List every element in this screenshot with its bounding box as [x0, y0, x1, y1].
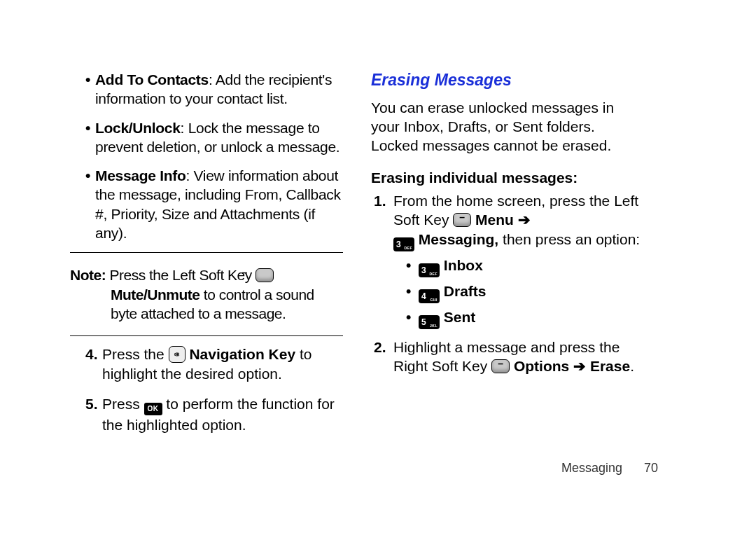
steps-list: Press the Navigation Key to highlight th…: [70, 345, 343, 434]
key-5-icon: 5JKL: [419, 315, 440, 329]
note-mute: Mute/Unmute: [111, 286, 200, 303]
options-bullet-list: Add To Contacts: Add the recipient's inf…: [70, 70, 343, 242]
divider-bottom: [70, 335, 343, 336]
note-pre: Press the Left Soft Key: [110, 267, 256, 283]
right-soft-key-icon: [491, 359, 510, 373]
s1-b: then press an option:: [498, 231, 640, 247]
left-column: Add To Contacts: Add the recipient's inf…: [70, 70, 343, 512]
s1-menu: Menu: [475, 212, 514, 228]
k3n: 3: [421, 265, 426, 275]
s1-a: From the home screen, press the Left Sof…: [393, 193, 638, 228]
page-footer: Messaging 70: [561, 461, 658, 476]
erase-step-2: Highlight a message and press the Right …: [374, 338, 644, 376]
erase-step-1: From the home screen, press the Left Sof…: [374, 191, 644, 329]
left-soft-key-icon: [255, 268, 274, 282]
manual-page: Add To Contacts: Add the recipient's inf…: [0, 0, 756, 540]
k5n: 5: [421, 317, 426, 327]
step-4: Press the Navigation Key to highlight th…: [85, 345, 343, 383]
navigation-key-icon: [169, 346, 186, 363]
s2-erase: Erase: [590, 358, 630, 374]
k4s: GHI: [430, 298, 438, 302]
arrow-icon: ➔: [518, 212, 531, 228]
erase-steps: From the home screen, press the Left Sof…: [371, 191, 644, 375]
option-drafts: 4GHI Drafts: [406, 282, 644, 303]
k4n: 4: [421, 291, 426, 301]
section-heading: Erasing Messages: [371, 70, 644, 91]
option-keys-list: 3DEF Inbox 4GHI Drafts 5JKL Sent: [393, 256, 644, 329]
drafts-label: Drafts: [444, 283, 486, 299]
key-3-num: 3: [396, 240, 401, 249]
note-block: Note: Press the Left Soft Key Mute/Unmut…: [70, 260, 343, 328]
sub-heading: Erasing individual messages:: [371, 168, 644, 187]
key-3-icon: 3DEF: [393, 237, 414, 251]
bullet-add-to-contacts: Add To Contacts: Add the recipient's inf…: [85, 70, 343, 109]
bullet-lock-unlock: Lock/Unlock: Lock the message to prevent…: [85, 118, 343, 157]
step-5: Press OK to perform the function for the…: [85, 394, 343, 434]
key-4-icon: 4GHI: [419, 289, 440, 303]
bullet-bold: Add To Contacts: [95, 71, 209, 88]
right-column: Erasing Messages You can erase unlocked …: [371, 70, 644, 512]
bullet-bold: Lock/Unlock: [95, 120, 181, 136]
sent-label: Sent: [444, 309, 476, 325]
s1-messaging: Messaging,: [419, 231, 498, 247]
period: .: [630, 358, 634, 374]
step5-pre: Press: [102, 396, 144, 412]
footer-section: Messaging: [561, 461, 622, 475]
arrow-icon: ➔: [573, 358, 586, 374]
option-sent: 5JKL Sent: [406, 307, 644, 329]
bullet-message-info: Message Info: View information about the…: [85, 166, 343, 242]
intro-paragraph: You can erase unlocked messages in your …: [371, 98, 644, 155]
footer-page-number: 70: [644, 461, 658, 476]
note-label: Note:: [70, 267, 106, 283]
step4-pre: Press the: [102, 346, 169, 362]
step4-keylabel: Navigation Key: [189, 346, 295, 362]
inbox-label: Inbox: [444, 257, 483, 273]
left-soft-key-icon: [453, 213, 471, 227]
k5s: JKL: [430, 324, 438, 328]
ok-key-icon: OK: [144, 403, 162, 415]
k3s: DEF: [430, 272, 438, 276]
key-3-icon: 3DEF: [419, 263, 440, 277]
note-body: Note: Press the Left Soft Key Mute/Unmut…: [70, 265, 343, 323]
option-inbox: 3DEF Inbox: [406, 256, 644, 277]
key-3-sub: DEF: [405, 247, 413, 250]
s2-options: Options: [514, 358, 569, 374]
bullet-bold: Message Info: [95, 167, 186, 184]
divider-top: [70, 252, 343, 253]
